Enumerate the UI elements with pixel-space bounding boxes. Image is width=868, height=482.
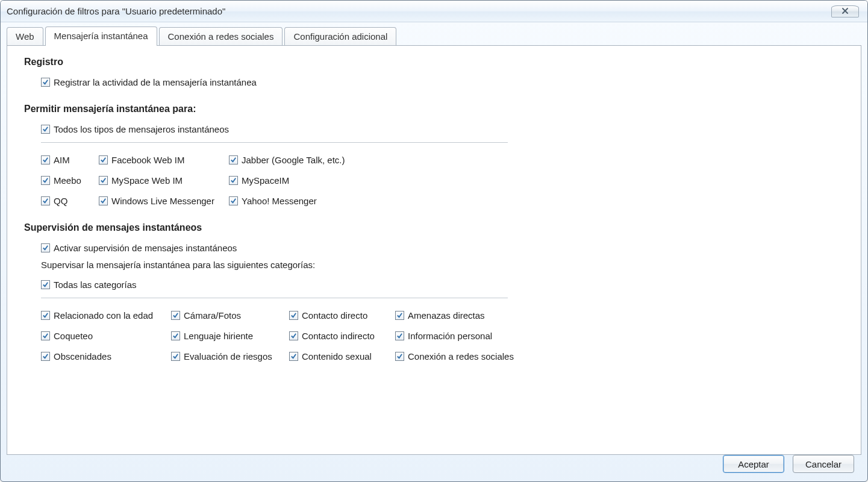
checkbox-label: Yahoo! Messenger: [242, 196, 317, 206]
checkbox-icon: [41, 155, 50, 164]
checkbox-icon: [289, 311, 298, 320]
checkbox-row-direct-threats[interactable]: Amenazas directas: [395, 307, 528, 324]
checkbox-row-risk-eval[interactable]: Evaluación de riesgos: [171, 348, 286, 365]
checkbox-label: MySpace Web IM: [111, 175, 183, 186]
checkbox-label: Activar supervisión de mensajes instantá…: [54, 243, 237, 253]
checkbox-icon: [41, 311, 50, 320]
checkbox-row-qq[interactable]: QQ: [41, 192, 95, 209]
checkbox-row-social-connect[interactable]: Conexión a redes sociales: [395, 348, 528, 365]
tab-web[interactable]: Web: [7, 27, 43, 46]
checkbox-label: MySpaceIM: [242, 175, 289, 186]
tab-label: Web: [16, 31, 34, 42]
checkbox-label: Facebook Web IM: [111, 155, 184, 165]
checkbox-icon: [395, 311, 404, 320]
checkbox-icon: [395, 352, 404, 361]
window-title: Configuración de filtros para "Usuario p…: [7, 6, 831, 16]
checkbox-row-yahoo[interactable]: Yahoo! Messenger: [229, 192, 361, 209]
checkbox-row-myspace-web[interactable]: MySpace Web IM: [99, 172, 225, 189]
titlebar: Configuración de filtros para "Usuario p…: [1, 1, 867, 22]
checkbox-label: Windows Live Messenger: [111, 196, 214, 206]
checkbox-row-meebo[interactable]: Meebo: [41, 172, 95, 189]
checkbox-icon: [171, 311, 180, 320]
category-grid: Relacionado con la edad Cámara/Fotos Con…: [41, 307, 844, 365]
checkbox-icon: [41, 352, 50, 361]
checkbox-icon: [99, 155, 108, 164]
tab-additional[interactable]: Configuración adicional: [284, 27, 396, 46]
checkbox-icon: [99, 196, 108, 205]
checkbox-icon: [41, 176, 50, 185]
divider: [41, 142, 508, 143]
checkbox-icon: [41, 125, 50, 134]
checkbox-icon: [41, 331, 50, 340]
checkbox-icon: [41, 196, 50, 205]
checkbox-icon: [229, 155, 238, 164]
section-title-allow: Permitir mensajería instantánea para:: [24, 104, 844, 114]
tabs: Web Mensajería instantánea Conexión a re…: [1, 22, 867, 45]
checkbox-label: Coqueteo: [54, 331, 93, 341]
checkbox-row-activate-supervision[interactable]: Activar supervisión de mensajes instantá…: [41, 239, 844, 256]
checkbox-row-all-categories[interactable]: Todas las categorías: [41, 276, 844, 293]
checkbox-label: Conexión a redes sociales: [408, 351, 514, 362]
checkbox-icon: [395, 331, 404, 340]
button-label: Cancelar: [805, 459, 841, 469]
checkbox-icon: [41, 280, 50, 289]
checkbox-row-myspaceim[interactable]: MySpaceIM: [229, 172, 361, 189]
checkbox-label: Registrar la actividad de la mensajería …: [54, 77, 257, 87]
close-button[interactable]: [831, 5, 859, 17]
checkbox-label: Meebo: [54, 175, 81, 186]
close-icon: [841, 7, 849, 16]
section-title-supervision: Supervisión de mensajes instantáneos: [24, 222, 844, 233]
checkbox-icon: [229, 196, 238, 205]
checkbox-row-hurtful-language[interactable]: Lenguaje hiriente: [171, 327, 286, 344]
tab-im[interactable]: Mensajería instantánea: [45, 27, 157, 46]
checkbox-icon: [289, 352, 298, 361]
checkbox-label: Información personal: [408, 331, 492, 341]
checkbox-icon: [99, 176, 108, 185]
checkbox-row-obscenities[interactable]: Obscenidades: [41, 348, 167, 365]
supervision-subtext: Supervisar la mensajería instantánea par…: [41, 260, 844, 270]
checkbox-row-flirting[interactable]: Coqueteo: [41, 327, 167, 344]
checkbox-row-jabber[interactable]: Jabber (Google Talk, etc.): [229, 151, 361, 168]
checkbox-label: Obscenidades: [54, 351, 111, 362]
checkbox-label: Todos los tipos de mensajeros instantáne…: [54, 124, 229, 134]
tab-label: Mensajería instantánea: [54, 31, 148, 41]
checkbox-row-facebook[interactable]: Facebook Web IM: [99, 151, 225, 168]
checkbox-row-wlm[interactable]: Windows Live Messenger: [99, 192, 225, 209]
checkbox-icon: [229, 176, 238, 185]
tab-label: Conexión a redes sociales: [168, 31, 274, 42]
tab-label: Configuración adicional: [293, 31, 387, 42]
checkbox-label: Contacto directo: [302, 310, 367, 321]
checkbox-row-direct-contact[interactable]: Contacto directo: [289, 307, 392, 324]
checkbox-label: Evaluación de riesgos: [184, 351, 272, 362]
checkbox-icon: [171, 331, 180, 340]
checkbox-label: Cámara/Fotos: [184, 310, 241, 321]
cancel-button[interactable]: Cancelar: [793, 455, 854, 473]
checkbox-label: Contenido sexual: [302, 351, 372, 362]
checkbox-label: Relacionado con la edad: [54, 310, 153, 321]
checkbox-row-log-activity[interactable]: Registrar la actividad de la mensajería …: [41, 74, 844, 90]
checkbox-row-personal-info[interactable]: Información personal: [395, 327, 528, 344]
checkbox-row-age[interactable]: Relacionado con la edad: [41, 307, 167, 324]
ok-button[interactable]: Aceptar: [723, 455, 784, 473]
checkbox-icon: [41, 78, 50, 87]
checkbox-label: QQ: [54, 196, 67, 206]
section-title-registro: Registro: [24, 57, 844, 67]
button-label: Aceptar: [738, 459, 769, 469]
checkbox-row-aim[interactable]: AIM: [41, 151, 95, 168]
checkbox-icon: [41, 243, 50, 252]
checkbox-row-camera[interactable]: Cámara/Fotos: [171, 307, 286, 324]
checkbox-row-all-messengers[interactable]: Todos los tipos de mensajeros instantáne…: [41, 120, 844, 137]
checkbox-label: Amenazas directas: [408, 310, 485, 321]
dialog-window: Configuración de filtros para "Usuario p…: [0, 0, 868, 482]
tab-social[interactable]: Conexión a redes sociales: [159, 27, 283, 46]
tab-panel: Registro Registrar la actividad de la me…: [7, 45, 861, 455]
checkbox-row-sexual-content[interactable]: Contenido sexual: [289, 348, 392, 365]
checkbox-label: AIM: [54, 155, 70, 165]
checkbox-label: Todas las categorías: [54, 280, 137, 290]
checkbox-label: Jabber (Google Talk, etc.): [242, 155, 345, 165]
checkbox-label: Contacto indirecto: [302, 331, 375, 341]
checkbox-label: Lenguaje hiriente: [184, 331, 253, 341]
checkbox-icon: [171, 352, 180, 361]
messenger-grid: AIM Facebook Web IM Jabber (Google Talk,…: [41, 151, 844, 209]
checkbox-row-indirect-contact[interactable]: Contacto indirecto: [289, 327, 392, 344]
